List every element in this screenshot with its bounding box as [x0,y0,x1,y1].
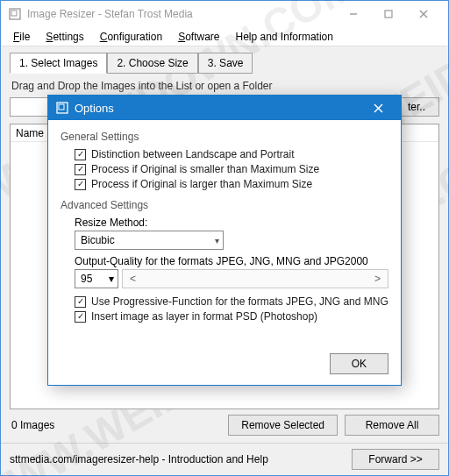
tab-select-images[interactable]: 1. Select Images [10,53,107,74]
app-icon [8,7,22,21]
checkbox-distinction[interactable]: ✓ Distinction between Landscape and Port… [75,148,388,160]
checkbox-psd[interactable]: ✓ Insert image as layer in format PSD (P… [75,310,388,323]
svg-rect-1 [11,11,17,16]
menubar: File Settings Configuration Software Hel… [1,27,448,46]
dialog-body: General Settings ✓ Distinction between L… [48,120,401,353]
image-count: 0 Images [10,419,54,431]
ok-button[interactable]: OK [330,353,388,374]
tab-choose-size[interactable]: 2. Choose Size [107,53,197,74]
remove-selected-button[interactable]: Remove Selected [228,415,338,436]
check-icon: ✓ [75,179,86,190]
maximize-button[interactable] [371,4,406,25]
resize-method-combo[interactable]: Bicubic ▾ [75,231,224,250]
footer-link[interactable]: sttmedia.com/imageresizer-help - Introdu… [10,453,268,465]
minimize-button[interactable] [336,4,371,25]
titlebar: Image Resizer - Stefan Trost Media [1,1,448,27]
quality-value-combo[interactable]: 95 ▾ [75,269,118,288]
dialog-footer: OK [48,353,401,385]
chevron-down-icon: ▾ [109,273,114,285]
tabstrip: 1. Select Images 2. Choose Size 3. Save [10,52,439,73]
menu-file[interactable]: File [6,29,37,45]
bottom-row: 0 Images Remove Selected Remove All [10,415,439,436]
dialog-titlebar: Options [48,96,401,120]
checkbox-larger[interactable]: ✓ Process if Original is larger than Max… [75,178,388,190]
options-dialog: Options General Settings ✓ Distinction b… [47,95,402,386]
close-button[interactable] [406,4,441,25]
svg-rect-7 [59,104,64,110]
window-buttons [336,4,441,25]
quality-label: Output-Quality for the formats JPEG, JNG… [75,255,388,267]
scroll-right-icon[interactable]: > [373,273,382,285]
svg-rect-3 [385,11,392,18]
checkbox-smaller[interactable]: ✓ Process if Original is smaller than Ma… [75,163,388,175]
dialog-close-button[interactable] [362,97,394,118]
check-icon: ✓ [75,164,86,175]
quality-scrollbar[interactable]: < > [122,269,388,288]
check-icon: ✓ [75,149,86,160]
menu-settings[interactable]: Settings [39,29,90,45]
resize-method-value: Bicubic [81,234,115,246]
hint-text: Drag and Drop the Images into the List o… [10,73,439,96]
dialog-title: Options [75,102,362,115]
footer: sttmedia.com/imageresizer-help - Introdu… [1,443,448,475]
section-general: General Settings [61,131,388,143]
section-advanced: Advanced Settings [61,199,388,211]
chevron-down-icon: ▾ [215,236,219,245]
tab-save[interactable]: 3. Save [198,53,253,74]
dialog-icon [55,101,69,115]
menu-software[interactable]: Software [171,29,226,45]
menu-configuration[interactable]: Configuration [93,29,169,45]
menu-help[interactable]: Help and Information [229,29,340,45]
check-icon: ✓ [75,296,86,308]
check-icon: ✓ [75,311,86,323]
scroll-left-icon[interactable]: < [128,273,138,285]
window-title: Image Resizer - Stefan Trost Media [27,8,336,20]
checkbox-progressive[interactable]: ✓ Use Progressive-Function for the forma… [75,295,388,308]
forward-button[interactable]: Forward >> [352,449,439,470]
resize-method-label: Resize Method: [75,217,388,229]
remove-all-button[interactable]: Remove All [345,415,439,436]
quality-row: 95 ▾ < > [75,269,388,288]
